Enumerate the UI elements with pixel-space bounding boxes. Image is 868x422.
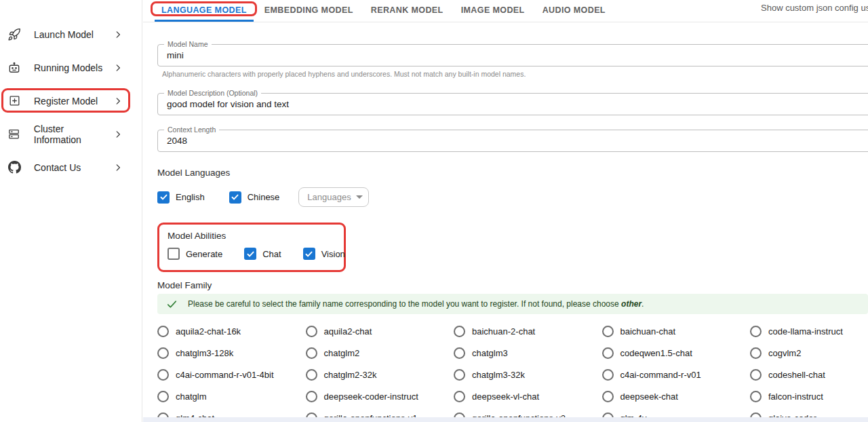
- radio-icon: [454, 391, 465, 402]
- checkbox-checked-icon: [303, 248, 315, 260]
- checkbox-chinese[interactable]: Chinese: [229, 191, 280, 204]
- radio-deepseek-coder-instruct[interactable]: deepseek-coder-instruct: [306, 391, 454, 402]
- tab-language-model[interactable]: LANGUAGE MODEL: [155, 0, 254, 22]
- context-length-input[interactable]: [167, 136, 868, 146]
- radio-label: c4ai-command-r-v01: [620, 370, 701, 380]
- main-content: LANGUAGE MODEL EMBEDDING MODEL RERANK MO…: [143, 0, 868, 422]
- radio-code-llama-instruct[interactable]: code-llama-instruct: [750, 326, 868, 337]
- radio-icon: [454, 326, 465, 337]
- radio-label: chatglm: [176, 391, 207, 402]
- radio-c4ai-command-r-v01-4bit[interactable]: c4ai-command-r-v01-4bit: [157, 369, 306, 381]
- radio-label: aquila2-chat-16k: [176, 326, 241, 337]
- radio-label: baichuan-2-chat: [472, 326, 535, 337]
- radio-codeqwen1.5-chat[interactable]: codeqwen1.5-chat: [602, 347, 751, 359]
- alert-suffix: .: [642, 299, 644, 309]
- checkbox-chat[interactable]: Chat: [244, 248, 281, 260]
- sidebar-item-contact-us[interactable]: Contact Us: [0, 151, 142, 184]
- checkbox-checked-icon: [157, 191, 170, 204]
- model-description-input[interactable]: [167, 99, 868, 109]
- radio-label: deepseek-chat: [620, 391, 678, 402]
- languages-select-value: Languages: [307, 192, 356, 202]
- radio-label: falcon-instruct: [768, 391, 823, 402]
- radio-falcon-instruct[interactable]: falcon-instruct: [750, 391, 868, 402]
- radio-deepseek-chat[interactable]: deepseek-chat: [602, 391, 751, 402]
- register-model-page: Show custom json config used b Launch Mo…: [0, 0, 868, 422]
- model-family-options: aquila2-chat-16k aquila2-chat baichuan-2…: [157, 320, 868, 422]
- radio-baichuan-2-chat[interactable]: baichuan-2-chat: [454, 326, 602, 337]
- sidebar-item-launch-model[interactable]: Launch Model: [0, 18, 142, 51]
- tab-embedding-model[interactable]: EMBEDDING MODEL: [258, 0, 360, 22]
- checkbox-label: Generate: [186, 249, 222, 259]
- github-icon: [7, 160, 22, 175]
- dropdown-caret-icon: [356, 195, 363, 199]
- model-abilities-section: Model Abilities Generate Chat: [157, 223, 346, 272]
- model-family-title: Model Family: [157, 280, 868, 290]
- model-name-input[interactable]: [167, 50, 868, 60]
- register-model-form: Model Name Alphanumeric characters with …: [143, 44, 868, 422]
- checkbox-vision[interactable]: Vision: [303, 248, 345, 260]
- sidebar-item-cluster-information[interactable]: Cluster Information: [0, 117, 142, 151]
- radio-chatglm2[interactable]: chatglm2: [306, 347, 454, 359]
- model-description-field: Model Description (Optional): [157, 93, 868, 115]
- radio-label: chatglm3-128k: [176, 348, 233, 358]
- radio-icon: [157, 391, 169, 402]
- checkbox-english[interactable]: English: [157, 191, 205, 204]
- radio-icon: [454, 369, 465, 381]
- model-abilities-row: Generate Chat Vision: [167, 248, 344, 260]
- alert-emphasis-text: other: [621, 299, 642, 309]
- radio-icon: [602, 391, 614, 402]
- tab-rerank-model[interactable]: RERANK MODEL: [364, 0, 450, 22]
- sidebar: Launch Model Running Models: [0, 0, 142, 422]
- radio-icon: [157, 347, 169, 359]
- radio-label: chatglm3-32k: [472, 370, 525, 380]
- radio-c4ai-command-r-v01[interactable]: c4ai-command-r-v01: [602, 369, 751, 381]
- radio-label: codeshell-chat: [768, 370, 825, 380]
- model-type-tabs: LANGUAGE MODEL EMBEDDING MODEL RERANK MO…: [143, 0, 868, 22]
- model-abilities-title: Model Abilities: [167, 231, 344, 241]
- radio-label: aquila2-chat: [324, 326, 372, 337]
- checkbox-generate[interactable]: Generate: [167, 248, 222, 260]
- radio-icon: [750, 369, 762, 381]
- radio-chatglm2-32k[interactable]: chatglm2-32k: [306, 369, 454, 381]
- cluster-icon: [7, 127, 22, 142]
- model-name-helper-text: Alphanumeric characters with properly pl…: [157, 70, 868, 78]
- model-languages-row: English Chinese Languages: [157, 187, 868, 207]
- radio-cogvlm2[interactable]: cogvlm2: [750, 347, 868, 359]
- radio-label: chatglm3: [472, 348, 508, 358]
- radio-aquila2-chat[interactable]: aquila2-chat: [306, 326, 454, 337]
- languages-select[interactable]: Languages: [298, 187, 369, 207]
- radio-codeshell-chat[interactable]: codeshell-chat: [750, 369, 868, 381]
- radio-chatglm[interactable]: chatglm: [157, 391, 306, 402]
- radio-label: baichuan-chat: [620, 326, 676, 337]
- sidebar-item-label: Register Model: [34, 96, 98, 107]
- tab-audio-model[interactable]: AUDIO MODEL: [536, 0, 612, 22]
- model-family-alert-text: Please be careful to select the family n…: [188, 299, 644, 309]
- radio-icon: [157, 369, 169, 381]
- radio-aquila2-chat-16k[interactable]: aquila2-chat-16k: [157, 326, 306, 337]
- radio-label: code-llama-instruct: [768, 326, 843, 337]
- sidebar-item-running-models[interactable]: Running Models: [0, 51, 142, 84]
- context-length-label: Context Length: [164, 126, 219, 134]
- radio-label: cogvlm2: [768, 348, 801, 358]
- model-family-alert: Please be careful to select the family n…: [157, 294, 868, 314]
- radio-deepseek-vl-chat[interactable]: deepseek-vl-chat: [454, 391, 602, 402]
- radio-baichuan-chat[interactable]: baichuan-chat: [602, 326, 751, 337]
- checkbox-checked-icon: [229, 191, 241, 204]
- sidebar-item-label: Cluster Information: [34, 123, 113, 145]
- sidebar-item-register-model[interactable]: Register Model: [0, 84, 142, 117]
- sidebar-item-label: Running Models: [34, 62, 102, 73]
- radio-icon: [750, 326, 762, 337]
- radio-icon: [306, 347, 317, 359]
- chevron-right-icon: [113, 130, 123, 139]
- model-name-field: Model Name: [157, 44, 868, 66]
- bottom-section-edge: [143, 417, 868, 422]
- alert-main-text: Please be careful to select the family n…: [188, 299, 619, 309]
- radio-chatglm3-128k[interactable]: chatglm3-128k: [157, 347, 306, 359]
- robot-icon: [7, 60, 22, 75]
- model-languages-title: Model Languages: [157, 168, 868, 178]
- radio-icon: [750, 391, 762, 402]
- radio-chatglm3-32k[interactable]: chatglm3-32k: [454, 369, 602, 381]
- chevron-right-icon: [113, 63, 123, 73]
- radio-chatglm3[interactable]: chatglm3: [454, 347, 602, 359]
- tab-image-model[interactable]: IMAGE MODEL: [454, 0, 532, 22]
